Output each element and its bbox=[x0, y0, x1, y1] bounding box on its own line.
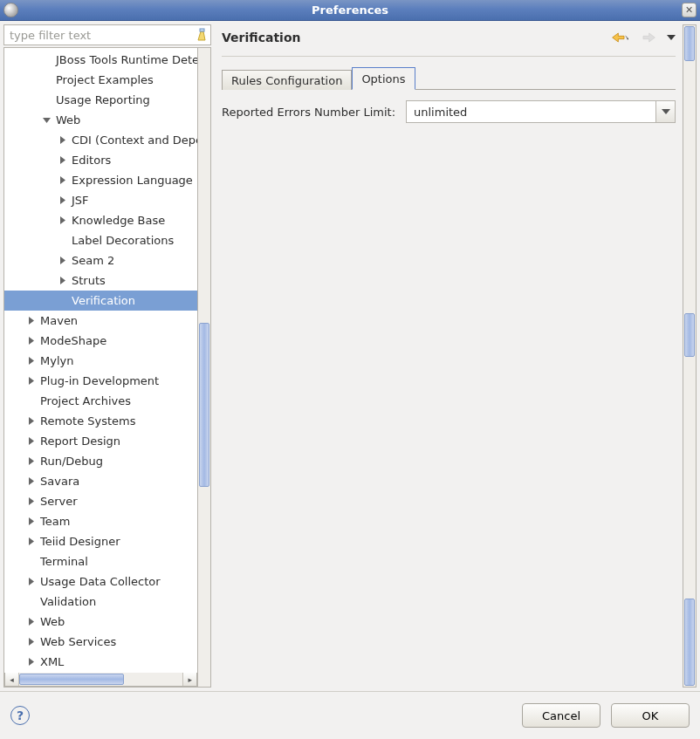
content-vscroll-thumb-mid[interactable] bbox=[684, 313, 695, 357]
window-close-button[interactable]: ✕ bbox=[682, 3, 697, 17]
tree-expand-icon[interactable] bbox=[57, 195, 68, 206]
tree-item[interactable]: Verification bbox=[4, 291, 197, 311]
tree-item[interactable]: ModeShape bbox=[4, 331, 197, 351]
tab[interactable]: Options bbox=[352, 67, 415, 90]
tree-expand-icon[interactable] bbox=[25, 576, 37, 587]
tree-item[interactable]: Seam 2 bbox=[4, 250, 197, 270]
tree-item[interactable]: Expression Language bbox=[4, 170, 197, 190]
tree-item[interactable]: Web bbox=[4, 612, 197, 632]
cancel-button[interactable]: Cancel bbox=[522, 703, 600, 728]
content-vertical-scrollbar[interactable] bbox=[683, 24, 697, 688]
arrow-right-icon bbox=[639, 31, 656, 44]
tree-item[interactable]: Web bbox=[4, 110, 197, 130]
horizontal-scrollbar[interactable]: ◂ ▸ bbox=[4, 673, 197, 687]
tree-expand-icon[interactable] bbox=[25, 496, 37, 507]
tree-item[interactable]: Maven bbox=[4, 311, 197, 331]
tree-expand-icon[interactable] bbox=[57, 154, 68, 166]
tree-viewport: JBoss Tools Runtime DetectProject Exampl… bbox=[3, 47, 198, 688]
tree-item-label: Maven bbox=[40, 314, 78, 327]
tree-item[interactable]: Validation bbox=[4, 592, 197, 612]
tree-item-label: Web bbox=[40, 615, 65, 628]
tree-item[interactable]: JBoss Tools Runtime Detect bbox=[4, 50, 197, 70]
tree-item[interactable]: Project Examples bbox=[4, 70, 197, 90]
help-icon: ? bbox=[17, 708, 24, 722]
tree-item-label: Web bbox=[56, 113, 80, 127]
tree-expand-icon[interactable] bbox=[25, 315, 37, 326]
tree-arrow-spacer bbox=[25, 556, 37, 567]
tree-expand-icon[interactable] bbox=[25, 476, 37, 487]
filter-input[interactable] bbox=[3, 24, 211, 45]
tree-item[interactable]: Project Archives bbox=[4, 391, 197, 411]
select-value: unlimited bbox=[407, 106, 655, 119]
tree-expand-icon[interactable] bbox=[41, 114, 52, 126]
tree-item[interactable]: Struts bbox=[4, 270, 197, 291]
tree-expand-icon[interactable] bbox=[25, 656, 37, 667]
main-area: JBoss Tools Runtime DetectProject Exampl… bbox=[0, 21, 700, 688]
help-button[interactable]: ? bbox=[10, 706, 30, 725]
tree-item[interactable]: Usage Data Collector bbox=[4, 571, 197, 592]
hscroll-track[interactable] bbox=[19, 673, 182, 686]
tree-expand-icon[interactable] bbox=[25, 516, 37, 527]
tree-item[interactable]: JSF bbox=[4, 190, 197, 210]
tree-item[interactable]: Server bbox=[4, 491, 197, 511]
tree-item-label: Validation bbox=[40, 595, 96, 608]
tree-expand-icon[interactable] bbox=[57, 134, 68, 146]
view-menu-button[interactable] bbox=[667, 32, 676, 43]
tree-item[interactable]: Report Design bbox=[4, 431, 197, 451]
tree-expand-icon[interactable] bbox=[25, 636, 37, 647]
tree-item[interactable]: Web Services bbox=[4, 632, 197, 652]
tree-item[interactable]: Mylyn bbox=[4, 351, 197, 371]
scroll-left-button[interactable]: ◂ bbox=[5, 673, 19, 686]
tree-expand-icon[interactable] bbox=[25, 435, 37, 447]
scroll-right-button[interactable]: ▸ bbox=[182, 673, 196, 686]
header-actions bbox=[611, 30, 676, 45]
preferences-tree[interactable]: JBoss Tools Runtime DetectProject Exampl… bbox=[4, 48, 197, 672]
select-dropdown-button[interactable] bbox=[655, 101, 675, 122]
tree-expand-icon[interactable] bbox=[25, 536, 37, 547]
tree-item-label: JBoss Tools Runtime Detect bbox=[56, 53, 197, 66]
tree-item[interactable]: Knowledge Base bbox=[4, 210, 197, 230]
tree-expand-icon[interactable] bbox=[25, 335, 37, 346]
tree-item[interactable]: Label Decorations bbox=[4, 230, 197, 250]
tree-item-label: Project Examples bbox=[56, 73, 154, 86]
nav-panel: JBoss Tools Runtime DetectProject Exampl… bbox=[3, 24, 211, 688]
tab-bar: Rules ConfigurationOptions bbox=[222, 67, 676, 90]
tree-item[interactable]: Team bbox=[4, 511, 197, 531]
tree-item[interactable]: Editors bbox=[4, 150, 197, 170]
tree-item[interactable]: Usage Reporting bbox=[4, 90, 197, 110]
tree-expand-icon[interactable] bbox=[57, 275, 68, 286]
tree-item[interactable]: Teiid Designer bbox=[4, 531, 197, 551]
app-icon bbox=[3, 3, 18, 17]
vertical-scrollbar[interactable] bbox=[198, 47, 211, 688]
tree-item[interactable]: XML bbox=[4, 652, 197, 672]
tree-expand-icon[interactable] bbox=[25, 415, 37, 427]
tree-expand-icon[interactable] bbox=[57, 215, 68, 226]
tree-expand-icon[interactable] bbox=[57, 255, 68, 266]
tab[interactable]: Rules Configuration bbox=[222, 70, 352, 90]
tree-item[interactable]: Savara bbox=[4, 471, 197, 491]
tree-item-label: Editors bbox=[72, 154, 111, 167]
content-vscroll-thumb-top[interactable] bbox=[684, 26, 695, 61]
tree-item[interactable]: CDI (Context and Depend bbox=[4, 130, 197, 150]
nav-forward-button[interactable] bbox=[639, 30, 658, 45]
tree-arrow-spacer bbox=[41, 94, 52, 106]
tree-item[interactable]: Plug-in Development bbox=[4, 371, 197, 391]
tree-item[interactable]: Remote Systems bbox=[4, 411, 197, 431]
tree-item-label: Label Decorations bbox=[72, 234, 174, 247]
tree-expand-icon[interactable] bbox=[25, 355, 37, 366]
window-body: JBoss Tools Runtime DetectProject Exampl… bbox=[0, 21, 700, 739]
tree-expand-icon[interactable] bbox=[25, 455, 37, 467]
tree-item[interactable]: Terminal bbox=[4, 551, 197, 571]
nav-back-button[interactable] bbox=[611, 30, 630, 45]
vscroll-thumb[interactable] bbox=[199, 323, 209, 487]
tree-expand-icon[interactable] bbox=[25, 616, 37, 627]
content-vscroll-thumb-bottom[interactable] bbox=[684, 599, 695, 686]
hscroll-thumb[interactable] bbox=[19, 674, 124, 685]
reported-errors-select[interactable]: unlimited bbox=[406, 100, 676, 123]
tree-container: JBoss Tools Runtime DetectProject Exampl… bbox=[3, 47, 211, 688]
tree-item[interactable]: Run/Debug bbox=[4, 451, 197, 471]
ok-button[interactable]: OK bbox=[611, 703, 690, 728]
tree-expand-icon[interactable] bbox=[25, 375, 37, 387]
tree-item-label: Plug-in Development bbox=[40, 374, 159, 387]
tree-expand-icon[interactable] bbox=[57, 174, 68, 186]
